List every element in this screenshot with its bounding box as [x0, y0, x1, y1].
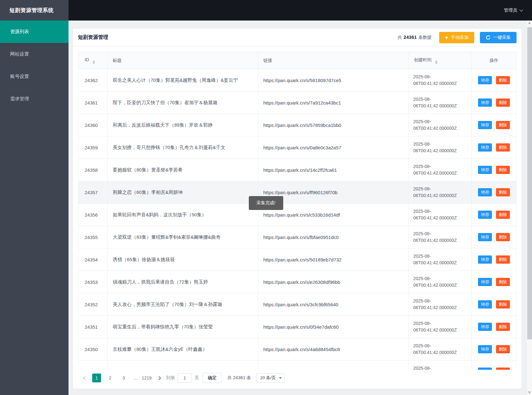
- row-id: 24353: [78, 271, 108, 293]
- row-id: 24355: [78, 226, 108, 248]
- sort-icon: [435, 60, 438, 64]
- row-link: https://pan.quark.cn/s/fbfae0951dc0: [258, 226, 409, 248]
- manual-add-label: 手动添加: [451, 35, 469, 40]
- topbar: 短剧资源管理系统 管理员: [0, 0, 532, 21]
- row-title: 大梁双逆（83集）董绍辉&李钊&索菲&阚琳娜&曲奇: [108, 226, 258, 248]
- row-link: https://pan.quark.cn/s/0f34e7dafc60: [258, 316, 409, 338]
- page-button[interactable]: 1: [92, 374, 101, 382]
- next-page-icon[interactable]: [157, 376, 161, 380]
- row-actions: 转存 删除: [472, 136, 517, 159]
- record-count: 共24361条数据: [398, 34, 432, 40]
- row-actions: 转存 删除: [472, 114, 517, 136]
- row-id: 24357: [78, 181, 108, 204]
- row-actions: 转存 删除: [472, 69, 517, 92]
- column-label: 创建时间: [414, 57, 432, 62]
- row-id: 24362: [78, 69, 108, 92]
- table-row: 24361 陛下，臣妾的刀又快了些（70集）崔旭宇＆杨晨璐 https://pa…: [78, 92, 517, 114]
- previous-page-icon[interactable]: [83, 376, 87, 380]
- user-menu[interactable]: 管理员: [504, 8, 523, 13]
- delete-button[interactable]: 删除: [496, 278, 510, 286]
- row-link: https://pan.quark.cn/s/0a8e0c3a2a57: [258, 136, 409, 159]
- page-button[interactable]: 2: [106, 374, 115, 382]
- page-button[interactable]: 1219: [142, 374, 152, 382]
- row-title: 诱猎（65集）徐扬灏＆姚筱筱: [108, 248, 258, 271]
- row-title: 双生之美人心计（70集）郭茗苑&越野兔（周逸峰）&姜云宁: [108, 69, 258, 92]
- transfer-button[interactable]: 转存: [478, 99, 492, 107]
- delete-button[interactable]: 删除: [496, 368, 510, 370]
- row-created: 2025-08-06T00:41:42.000000Z: [409, 316, 472, 338]
- sidebar-item-account-settings[interactable]: 账号设置: [0, 65, 69, 88]
- row-actions: 转存 删除: [472, 361, 517, 370]
- page-size-select[interactable]: 20 条/页: [257, 373, 285, 383]
- delete-button[interactable]: 删除: [496, 166, 510, 174]
- row-actions: 转存 删除: [472, 226, 517, 248]
- row-title: 京枝难攀（80集）王凯沐&六金yE（叶鑫鑫）: [108, 338, 258, 361]
- transfer-button[interactable]: 转存: [478, 76, 492, 84]
- delete-button[interactable]: 删除: [496, 121, 510, 129]
- card-body: ID 标题 链接 创建时间: [73, 46, 522, 389]
- column-header-actions: 操作: [472, 52, 517, 69]
- goto-page-input[interactable]: [177, 373, 192, 383]
- transfer-button[interactable]: 转存: [478, 211, 492, 219]
- row-created: 2025-08-06T00:41:42.000000Z: [409, 159, 472, 181]
- confirm-button[interactable]: 确定: [203, 373, 222, 383]
- row-link: https://pan.quark.cn/s/57859bca1bb0: [258, 114, 409, 136]
- row-actions: 转存 删除: [472, 248, 517, 271]
- row-id: 24358: [78, 159, 108, 181]
- row-id: 24351: [78, 316, 108, 338]
- sidebar-item-demand-management[interactable]: 需求管理: [0, 88, 69, 110]
- transfer-button[interactable]: 转存: [478, 188, 492, 196]
- column-header-link: 链接: [258, 52, 409, 69]
- delete-button[interactable]: 删除: [496, 143, 510, 152]
- transfer-button[interactable]: 转存: [478, 255, 492, 264]
- record-count-suffix: 条数据: [418, 35, 432, 40]
- sidebar-item-label: 需求管理: [10, 96, 29, 102]
- page-button[interactable]: 3: [119, 374, 128, 382]
- transfer-button[interactable]: 转存: [478, 368, 492, 370]
- transfer-button[interactable]: 转存: [478, 233, 492, 241]
- delete-button[interactable]: 删除: [496, 233, 510, 241]
- table-row: 24357 荆棘之恋（60集）李柏言&周妍坤 https://pan.quark…: [78, 181, 517, 204]
- page-title: 短剧资源管理: [78, 34, 398, 41]
- row-created: 2025-08-06T00:41:42.000000Z: [409, 181, 472, 204]
- table-row: 24353 镇魂赊刀人，抓我后果请自负（72集）熊玉婷 https://pan.…: [78, 271, 517, 293]
- delete-button[interactable]: 删除: [496, 323, 510, 331]
- row-created: 2025-08-06T00:41:42.000000Z: [409, 271, 472, 293]
- row-link: https://pan.quark.cn/s/3cfc9bf65640: [258, 293, 409, 316]
- row-title: 荆棘之恋（60集）李柏言&周妍坤: [108, 181, 258, 204]
- table-row: 24354 诱猎（65集）徐扬灏＆姚筱筱 https://pan.quark.c…: [78, 248, 517, 271]
- delete-button[interactable]: 删除: [496, 76, 510, 84]
- topbar-right: 管理员: [69, 0, 532, 21]
- toast-message: 采集完成!: [249, 196, 284, 210]
- delete-button[interactable]: 删除: [496, 255, 510, 264]
- delete-button[interactable]: 删除: [496, 211, 510, 219]
- delete-button[interactable]: 删除: [496, 188, 510, 196]
- one-click-collect-button[interactable]: 一键采集: [480, 32, 517, 43]
- transfer-button[interactable]: 转存: [478, 278, 492, 286]
- page-list: 123...1219: [92, 374, 156, 382]
- column-header-created[interactable]: 创建时间: [409, 52, 472, 69]
- transfer-button[interactable]: 转存: [478, 121, 492, 129]
- delete-button[interactable]: 删除: [496, 300, 510, 308]
- transfer-button[interactable]: 转存: [478, 300, 492, 308]
- transfer-button[interactable]: 转存: [478, 323, 492, 331]
- scroll-up-button[interactable]: [527, 21, 532, 26]
- sidebar-item-site-settings[interactable]: 网站设置: [0, 43, 69, 65]
- transfer-button[interactable]: 转存: [478, 345, 492, 353]
- goto-label: 到第: [166, 375, 175, 381]
- delete-button[interactable]: 删除: [496, 99, 510, 107]
- column-label: 标题: [113, 58, 122, 63]
- table-row: 24358 要她服软（80集）黄圣桀&李若希 https://pan.quark…: [78, 159, 517, 181]
- sidebar-item-resource-list[interactable]: 资源列表: [0, 21, 69, 43]
- scroll-down-button[interactable]: [527, 390, 532, 395]
- row-actions: 转存 删除: [472, 92, 517, 114]
- delete-button[interactable]: 删除: [496, 345, 510, 353]
- transfer-button[interactable]: 转存: [478, 143, 492, 152]
- column-header-id[interactable]: ID: [78, 52, 108, 69]
- row-actions: 转存 删除: [472, 204, 517, 226]
- transfer-button[interactable]: 转存: [478, 166, 492, 174]
- select-caret-icon: [279, 377, 282, 379]
- scroll-thumb[interactable]: [527, 27, 532, 339]
- manual-add-button[interactable]: + 手动添加: [439, 32, 474, 43]
- row-link: https://pan.quark.cn/s/5818097d7ce5: [258, 69, 409, 92]
